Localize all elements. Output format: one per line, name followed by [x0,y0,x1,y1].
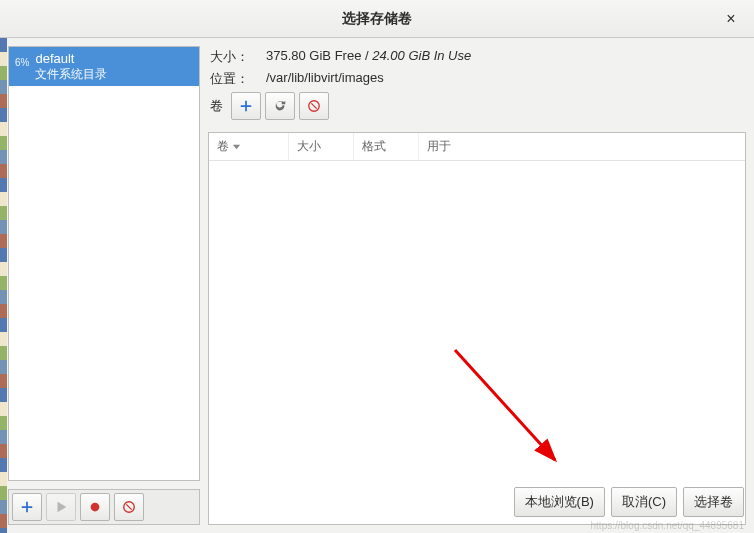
dialog-title: 选择存储卷 [342,10,412,28]
svg-line-2 [126,504,131,509]
browse-local-button[interactable]: 本地浏览(B) [514,487,605,517]
titlebar: 选择存储卷 × [0,0,754,38]
choose-volume-button[interactable]: 选择卷 [683,487,744,517]
pool-details: 大小： 375.80 GiB Free / 24.00 GiB In Use 位… [208,46,746,132]
plus-icon [239,99,253,113]
close-button[interactable]: × [718,6,744,32]
volumes-label: 卷 [210,97,223,115]
volume-new-button[interactable] [231,92,261,120]
volume-refresh-button[interactable] [265,92,295,120]
pool-item-default[interactable]: 6% default 文件系统目录 [9,47,199,86]
cancel-button[interactable]: 取消(C) [611,487,677,517]
watermark: https://blog.csdn.net/qq_44895681 [591,520,744,531]
close-icon: × [726,10,735,27]
volume-table-header: 卷 大小 格式 用于 [209,133,745,161]
column-name[interactable]: 卷 [209,133,289,160]
pool-list[interactable]: 6% default 文件系统目录 [8,46,200,481]
pool-add-button[interactable] [12,493,42,521]
column-format[interactable]: 格式 [354,133,419,160]
volume-table-body[interactable] [209,161,745,524]
plus-icon [20,500,34,514]
pool-start-button[interactable] [46,493,76,521]
decorative-edge [0,38,7,533]
play-icon [54,500,68,514]
column-used[interactable]: 用于 [419,133,745,160]
location-value: /var/lib/libvirt/images [266,70,744,88]
volume-toolbar [231,92,329,120]
location-label: 位置： [210,70,266,88]
pool-text: default 文件系统目录 [35,51,107,82]
dialog-footer: 本地浏览(B) 取消(C) 选择卷 [514,487,744,517]
size-label: 大小： [210,48,266,66]
pool-delete-button[interactable] [114,493,144,521]
refresh-icon [273,99,287,113]
pool-usage-pct: 6% [15,57,29,68]
column-size[interactable]: 大小 [289,133,354,160]
pool-stop-button[interactable] [80,493,110,521]
sort-desc-icon [232,140,241,154]
record-icon [88,500,102,514]
volume-table[interactable]: 卷 大小 格式 用于 [208,132,746,525]
pool-name: default [35,51,107,67]
svg-line-4 [311,103,316,108]
pool-subtitle: 文件系统目录 [35,67,107,82]
size-value: 375.80 GiB Free / 24.00 GiB In Use [266,48,744,66]
pool-toolbar [8,489,200,525]
svg-point-0 [91,503,100,512]
volume-delete-button[interactable] [299,92,329,120]
delete-icon [307,99,321,113]
delete-icon [122,500,136,514]
